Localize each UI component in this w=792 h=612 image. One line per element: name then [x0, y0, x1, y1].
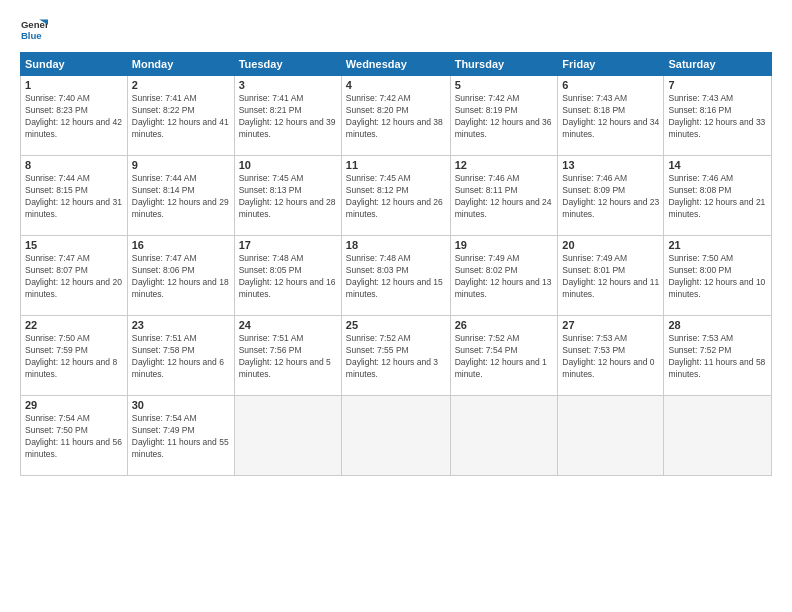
calendar-cell: 24 Sunrise: 7:51 AM Sunset: 7:56 PM Dayl…: [234, 316, 341, 396]
day-number: 17: [239, 239, 337, 251]
day-info: Sunrise: 7:41 AM Sunset: 8:21 PM Dayligh…: [239, 93, 337, 141]
day-number: 19: [455, 239, 554, 251]
calendar-cell: 25 Sunrise: 7:52 AM Sunset: 7:55 PM Dayl…: [341, 316, 450, 396]
calendar-cell: 13 Sunrise: 7:46 AM Sunset: 8:09 PM Dayl…: [558, 156, 664, 236]
day-number: 13: [562, 159, 659, 171]
calendar-cell: [558, 396, 664, 476]
day-info: Sunrise: 7:46 AM Sunset: 8:11 PM Dayligh…: [455, 173, 554, 221]
day-info: Sunrise: 7:53 AM Sunset: 7:53 PM Dayligh…: [562, 333, 659, 381]
calendar-cell: [450, 396, 558, 476]
calendar-cell: 17 Sunrise: 7:48 AM Sunset: 8:05 PM Dayl…: [234, 236, 341, 316]
calendar-cell: 5 Sunrise: 7:42 AM Sunset: 8:19 PM Dayli…: [450, 76, 558, 156]
col-header-sunday: Sunday: [21, 53, 128, 76]
day-info: Sunrise: 7:42 AM Sunset: 8:20 PM Dayligh…: [346, 93, 446, 141]
day-info: Sunrise: 7:42 AM Sunset: 8:19 PM Dayligh…: [455, 93, 554, 141]
week-row-2: 8 Sunrise: 7:44 AM Sunset: 8:15 PM Dayli…: [21, 156, 772, 236]
calendar-cell: 23 Sunrise: 7:51 AM Sunset: 7:58 PM Dayl…: [127, 316, 234, 396]
day-number: 18: [346, 239, 446, 251]
day-number: 28: [668, 319, 767, 331]
day-info: Sunrise: 7:45 AM Sunset: 8:13 PM Dayligh…: [239, 173, 337, 221]
day-info: Sunrise: 7:52 AM Sunset: 7:54 PM Dayligh…: [455, 333, 554, 381]
calendar-cell: 16 Sunrise: 7:47 AM Sunset: 8:06 PM Dayl…: [127, 236, 234, 316]
day-number: 7: [668, 79, 767, 91]
week-row-5: 29 Sunrise: 7:54 AM Sunset: 7:50 PM Dayl…: [21, 396, 772, 476]
calendar-cell: 14 Sunrise: 7:46 AM Sunset: 8:08 PM Dayl…: [664, 156, 772, 236]
day-number: 20: [562, 239, 659, 251]
day-number: 30: [132, 399, 230, 411]
calendar-table: SundayMondayTuesdayWednesdayThursdayFrid…: [20, 52, 772, 476]
day-info: Sunrise: 7:49 AM Sunset: 8:01 PM Dayligh…: [562, 253, 659, 301]
day-info: Sunrise: 7:47 AM Sunset: 8:07 PM Dayligh…: [25, 253, 123, 301]
day-number: 14: [668, 159, 767, 171]
week-row-1: 1 Sunrise: 7:40 AM Sunset: 8:23 PM Dayli…: [21, 76, 772, 156]
day-info: Sunrise: 7:46 AM Sunset: 8:08 PM Dayligh…: [668, 173, 767, 221]
col-header-thursday: Thursday: [450, 53, 558, 76]
day-number: 22: [25, 319, 123, 331]
calendar-cell: 8 Sunrise: 7:44 AM Sunset: 8:15 PM Dayli…: [21, 156, 128, 236]
svg-text:Blue: Blue: [21, 30, 42, 41]
calendar-cell: 27 Sunrise: 7:53 AM Sunset: 7:53 PM Dayl…: [558, 316, 664, 396]
day-number: 8: [25, 159, 123, 171]
calendar-cell: 18 Sunrise: 7:48 AM Sunset: 8:03 PM Dayl…: [341, 236, 450, 316]
day-info: Sunrise: 7:51 AM Sunset: 7:58 PM Dayligh…: [132, 333, 230, 381]
day-info: Sunrise: 7:53 AM Sunset: 7:52 PM Dayligh…: [668, 333, 767, 381]
week-row-4: 22 Sunrise: 7:50 AM Sunset: 7:59 PM Dayl…: [21, 316, 772, 396]
day-number: 26: [455, 319, 554, 331]
calendar-cell: 6 Sunrise: 7:43 AM Sunset: 8:18 PM Dayli…: [558, 76, 664, 156]
day-info: Sunrise: 7:41 AM Sunset: 8:22 PM Dayligh…: [132, 93, 230, 141]
calendar-cell: 3 Sunrise: 7:41 AM Sunset: 8:21 PM Dayli…: [234, 76, 341, 156]
day-info: Sunrise: 7:50 AM Sunset: 7:59 PM Dayligh…: [25, 333, 123, 381]
day-number: 25: [346, 319, 446, 331]
day-info: Sunrise: 7:44 AM Sunset: 8:14 PM Dayligh…: [132, 173, 230, 221]
day-number: 1: [25, 79, 123, 91]
day-info: Sunrise: 7:45 AM Sunset: 8:12 PM Dayligh…: [346, 173, 446, 221]
calendar-cell: 28 Sunrise: 7:53 AM Sunset: 7:52 PM Dayl…: [664, 316, 772, 396]
day-number: 6: [562, 79, 659, 91]
day-info: Sunrise: 7:49 AM Sunset: 8:02 PM Dayligh…: [455, 253, 554, 301]
day-number: 27: [562, 319, 659, 331]
calendar-cell: 10 Sunrise: 7:45 AM Sunset: 8:13 PM Dayl…: [234, 156, 341, 236]
week-row-3: 15 Sunrise: 7:47 AM Sunset: 8:07 PM Dayl…: [21, 236, 772, 316]
calendar-cell: 29 Sunrise: 7:54 AM Sunset: 7:50 PM Dayl…: [21, 396, 128, 476]
day-number: 10: [239, 159, 337, 171]
day-info: Sunrise: 7:54 AM Sunset: 7:50 PM Dayligh…: [25, 413, 123, 461]
day-info: Sunrise: 7:52 AM Sunset: 7:55 PM Dayligh…: [346, 333, 446, 381]
day-info: Sunrise: 7:54 AM Sunset: 7:49 PM Dayligh…: [132, 413, 230, 461]
day-info: Sunrise: 7:46 AM Sunset: 8:09 PM Dayligh…: [562, 173, 659, 221]
calendar-cell: 30 Sunrise: 7:54 AM Sunset: 7:49 PM Dayl…: [127, 396, 234, 476]
day-info: Sunrise: 7:43 AM Sunset: 8:16 PM Dayligh…: [668, 93, 767, 141]
day-info: Sunrise: 7:48 AM Sunset: 8:03 PM Dayligh…: [346, 253, 446, 301]
calendar-cell: 21 Sunrise: 7:50 AM Sunset: 8:00 PM Dayl…: [664, 236, 772, 316]
day-number: 24: [239, 319, 337, 331]
calendar-cell: 15 Sunrise: 7:47 AM Sunset: 8:07 PM Dayl…: [21, 236, 128, 316]
calendar-cell: 2 Sunrise: 7:41 AM Sunset: 8:22 PM Dayli…: [127, 76, 234, 156]
day-info: Sunrise: 7:43 AM Sunset: 8:18 PM Dayligh…: [562, 93, 659, 141]
day-info: Sunrise: 7:50 AM Sunset: 8:00 PM Dayligh…: [668, 253, 767, 301]
day-number: 29: [25, 399, 123, 411]
day-info: Sunrise: 7:40 AM Sunset: 8:23 PM Dayligh…: [25, 93, 123, 141]
calendar-cell: 19 Sunrise: 7:49 AM Sunset: 8:02 PM Dayl…: [450, 236, 558, 316]
day-number: 3: [239, 79, 337, 91]
col-header-saturday: Saturday: [664, 53, 772, 76]
logo: General Blue: [20, 16, 52, 44]
day-number: 9: [132, 159, 230, 171]
day-number: 21: [668, 239, 767, 251]
col-header-tuesday: Tuesday: [234, 53, 341, 76]
day-number: 15: [25, 239, 123, 251]
calendar-cell: 4 Sunrise: 7:42 AM Sunset: 8:20 PM Dayli…: [341, 76, 450, 156]
day-info: Sunrise: 7:44 AM Sunset: 8:15 PM Dayligh…: [25, 173, 123, 221]
calendar-cell: 22 Sunrise: 7:50 AM Sunset: 7:59 PM Dayl…: [21, 316, 128, 396]
day-info: Sunrise: 7:47 AM Sunset: 8:06 PM Dayligh…: [132, 253, 230, 301]
calendar-cell: 1 Sunrise: 7:40 AM Sunset: 8:23 PM Dayli…: [21, 76, 128, 156]
day-number: 23: [132, 319, 230, 331]
calendar-cell: 20 Sunrise: 7:49 AM Sunset: 8:01 PM Dayl…: [558, 236, 664, 316]
col-header-friday: Friday: [558, 53, 664, 76]
col-header-monday: Monday: [127, 53, 234, 76]
day-info: Sunrise: 7:48 AM Sunset: 8:05 PM Dayligh…: [239, 253, 337, 301]
day-number: 5: [455, 79, 554, 91]
day-info: Sunrise: 7:51 AM Sunset: 7:56 PM Dayligh…: [239, 333, 337, 381]
day-number: 11: [346, 159, 446, 171]
calendar-cell: [664, 396, 772, 476]
col-header-wednesday: Wednesday: [341, 53, 450, 76]
calendar-cell: [341, 396, 450, 476]
